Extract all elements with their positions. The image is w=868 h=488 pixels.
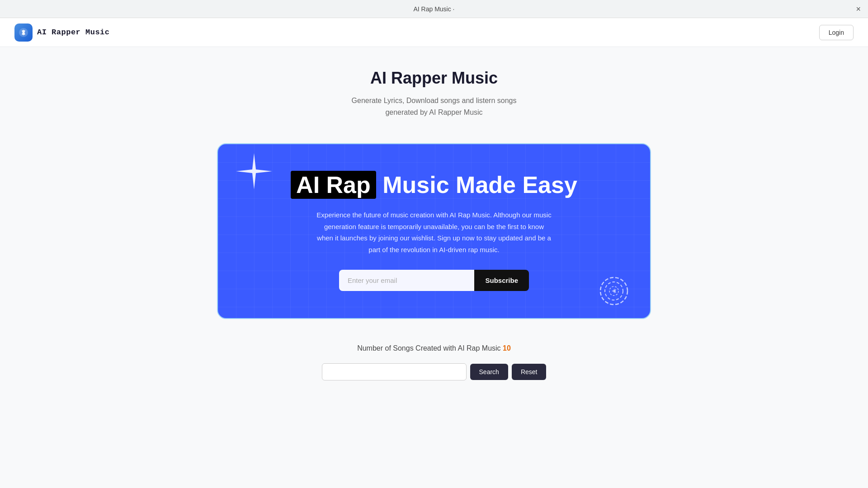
headline-highlight: AI Rap	[291, 171, 376, 199]
browser-bar: AI Rap Music · ×	[0, 0, 868, 18]
brand-name: AI Rapper Music	[37, 28, 110, 37]
navbar: AI Rapper Music Login	[0, 18, 868, 47]
login-button[interactable]: Login	[819, 25, 854, 40]
spiral-decoration	[596, 273, 632, 309]
subscribe-button[interactable]: Subscribe	[474, 270, 529, 291]
main-content: AI Rapper Music Generate Lyrics, Downloa…	[0, 47, 868, 399]
browser-close-button[interactable]: ×	[856, 5, 861, 13]
headline-part2: Music Made Easy	[382, 172, 577, 198]
songs-count-text: Number of Songs Created with AI Rap Musi…	[357, 344, 511, 352]
hero-subtitle-line2: generated by AI Rapper Music	[352, 107, 517, 118]
songs-count-number: 10	[503, 344, 511, 352]
brand-logo: AI Rapper Music	[14, 23, 110, 42]
reset-button[interactable]: Reset	[512, 364, 547, 380]
banner-headline: AI Rap Music Made Easy	[263, 171, 605, 198]
browser-tab-title: AI Rap Music ·	[413, 5, 454, 13]
subscribe-form: Subscribe	[339, 270, 529, 291]
banner-card: AI Rap Music Made Easy Experience the fu…	[217, 143, 651, 319]
hero-section: AI Rapper Music Generate Lyrics, Downloa…	[352, 69, 517, 118]
search-section: Search Reset	[322, 363, 547, 380]
search-button[interactable]: Search	[470, 364, 508, 380]
songs-count-section: Number of Songs Created with AI Rap Musi…	[357, 344, 511, 352]
logo-icon	[14, 23, 33, 42]
songs-count-label: Number of Songs Created with AI Rap Musi…	[357, 344, 500, 352]
page-title: AI Rapper Music	[352, 69, 517, 88]
hero-subtitle-line1: Generate Lyrics, Download songs and list…	[352, 95, 517, 107]
banner-description: Experience the future of music creation …	[316, 209, 552, 255]
email-input[interactable]	[339, 270, 474, 291]
svg-point-1	[23, 32, 24, 33]
search-input[interactable]	[322, 363, 467, 380]
